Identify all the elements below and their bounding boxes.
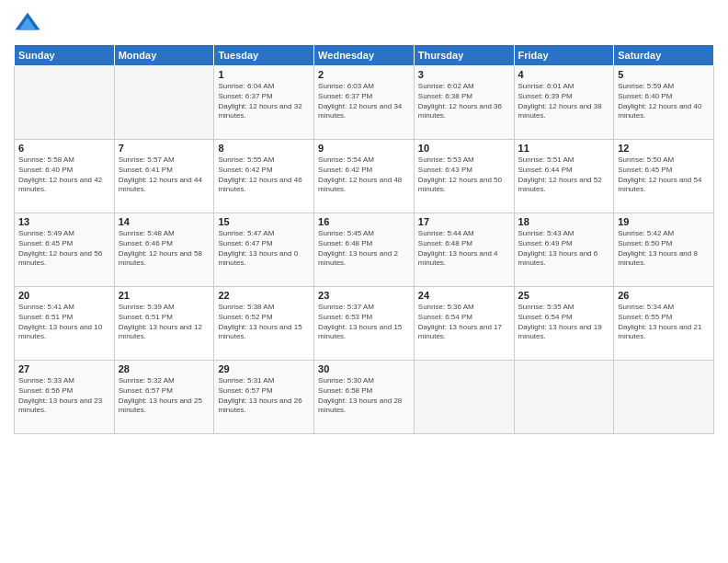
day-number: 13 — [18, 216, 110, 227]
calendar-cell: 22Sunrise: 5:38 AM Sunset: 6:52 PM Dayli… — [214, 287, 314, 361]
calendar-cell: 27Sunrise: 5:33 AM Sunset: 6:56 PM Dayli… — [15, 361, 115, 434]
day-info: Sunrise: 5:44 AM Sunset: 6:48 PM Dayligh… — [418, 229, 510, 269]
calendar-cell: 15Sunrise: 5:47 AM Sunset: 6:47 PM Dayli… — [214, 213, 314, 287]
day-info: Sunrise: 5:47 AM Sunset: 6:47 PM Dayligh… — [218, 229, 310, 269]
day-number: 1 — [218, 69, 310, 80]
day-number: 17 — [418, 216, 510, 227]
day-info: Sunrise: 5:50 AM Sunset: 6:45 PM Dayligh… — [618, 155, 710, 195]
week-row-1: 6Sunrise: 5:58 AM Sunset: 6:40 PM Daylig… — [15, 140, 714, 213]
calendar-cell: 16Sunrise: 5:45 AM Sunset: 6:48 PM Dayli… — [314, 213, 415, 287]
calendar: SundayMondayTuesdayWednesdayThursdayFrid… — [14, 44, 714, 434]
weekday-header-friday: Friday — [514, 45, 614, 66]
calendar-cell — [614, 361, 714, 434]
day-info: Sunrise: 6:01 AM Sunset: 6:39 PM Dayligh… — [518, 82, 610, 121]
day-info: Sunrise: 5:34 AM Sunset: 6:55 PM Dayligh… — [618, 303, 710, 342]
calendar-cell: 21Sunrise: 5:39 AM Sunset: 6:51 PM Dayli… — [114, 287, 214, 361]
calendar-cell: 23Sunrise: 5:37 AM Sunset: 6:53 PM Dayli… — [314, 287, 415, 361]
weekday-header-wednesday: Wednesday — [314, 45, 415, 66]
day-number: 23 — [318, 290, 410, 301]
calendar-cell: 5Sunrise: 5:59 AM Sunset: 6:40 PM Daylig… — [614, 66, 714, 140]
day-info: Sunrise: 5:36 AM Sunset: 6:54 PM Dayligh… — [418, 303, 510, 342]
day-number: 9 — [318, 143, 410, 154]
day-number: 5 — [618, 69, 710, 80]
day-info: Sunrise: 6:03 AM Sunset: 6:37 PM Dayligh… — [318, 82, 410, 121]
day-info: Sunrise: 5:51 AM Sunset: 6:44 PM Dayligh… — [518, 155, 610, 195]
weekday-header-monday: Monday — [114, 45, 214, 66]
logo-icon — [14, 9, 41, 37]
day-number: 10 — [418, 143, 510, 154]
day-info: Sunrise: 5:37 AM Sunset: 6:53 PM Dayligh… — [318, 303, 410, 342]
weekday-header-sunday: Sunday — [15, 45, 115, 66]
calendar-cell: 3Sunrise: 6:02 AM Sunset: 6:38 PM Daylig… — [414, 66, 514, 140]
day-number: 28 — [119, 363, 210, 374]
calendar-cell: 26Sunrise: 5:34 AM Sunset: 6:55 PM Dayli… — [614, 287, 714, 361]
day-info: Sunrise: 5:54 AM Sunset: 6:42 PM Dayligh… — [318, 155, 410, 195]
calendar-cell: 25Sunrise: 5:35 AM Sunset: 6:54 PM Dayli… — [514, 287, 614, 361]
day-number: 20 — [18, 290, 110, 301]
day-number: 14 — [119, 216, 210, 227]
calendar-cell: 29Sunrise: 5:31 AM Sunset: 6:57 PM Dayli… — [214, 361, 314, 434]
day-info: Sunrise: 5:45 AM Sunset: 6:48 PM Dayligh… — [318, 229, 410, 269]
day-number: 19 — [618, 216, 710, 227]
calendar-cell: 17Sunrise: 5:44 AM Sunset: 6:48 PM Dayli… — [414, 213, 514, 287]
calendar-cell: 2Sunrise: 6:03 AM Sunset: 6:37 PM Daylig… — [314, 66, 415, 140]
calendar-cell: 7Sunrise: 5:57 AM Sunset: 6:41 PM Daylig… — [114, 140, 214, 213]
day-info: Sunrise: 5:49 AM Sunset: 6:45 PM Dayligh… — [18, 229, 110, 269]
day-number: 27 — [18, 363, 110, 374]
day-info: Sunrise: 5:58 AM Sunset: 6:40 PM Dayligh… — [18, 155, 110, 195]
calendar-cell: 10Sunrise: 5:53 AM Sunset: 6:43 PM Dayli… — [414, 140, 514, 213]
day-number: 4 — [518, 69, 610, 80]
day-number: 24 — [418, 290, 510, 301]
calendar-cell — [15, 66, 115, 140]
calendar-cell: 11Sunrise: 5:51 AM Sunset: 6:44 PM Dayli… — [514, 140, 614, 213]
day-number: 8 — [218, 143, 310, 154]
day-info: Sunrise: 5:30 AM Sunset: 6:58 PM Dayligh… — [318, 376, 410, 416]
day-number: 12 — [618, 143, 710, 154]
calendar-cell: 8Sunrise: 5:55 AM Sunset: 6:42 PM Daylig… — [214, 140, 314, 213]
day-info: Sunrise: 5:39 AM Sunset: 6:51 PM Dayligh… — [119, 303, 210, 342]
day-number: 29 — [218, 363, 310, 374]
day-number: 16 — [318, 216, 410, 227]
day-info: Sunrise: 5:35 AM Sunset: 6:54 PM Dayligh… — [518, 303, 610, 342]
day-info: Sunrise: 5:57 AM Sunset: 6:41 PM Dayligh… — [119, 155, 210, 195]
day-number: 6 — [18, 143, 110, 154]
calendar-cell: 13Sunrise: 5:49 AM Sunset: 6:45 PM Dayli… — [15, 213, 115, 287]
day-info: Sunrise: 5:31 AM Sunset: 6:57 PM Dayligh… — [218, 376, 310, 416]
day-info: Sunrise: 5:53 AM Sunset: 6:43 PM Dayligh… — [418, 155, 510, 195]
day-info: Sunrise: 5:33 AM Sunset: 6:56 PM Dayligh… — [18, 376, 110, 416]
calendar-cell: 1Sunrise: 6:04 AM Sunset: 6:37 PM Daylig… — [214, 66, 314, 140]
calendar-cell: 6Sunrise: 5:58 AM Sunset: 6:40 PM Daylig… — [15, 140, 115, 213]
day-number: 15 — [218, 216, 310, 227]
calendar-cell: 12Sunrise: 5:50 AM Sunset: 6:45 PM Dayli… — [614, 140, 714, 213]
day-number: 3 — [418, 69, 510, 80]
calendar-header: SundayMondayTuesdayWednesdayThursdayFrid… — [15, 45, 714, 66]
week-row-2: 13Sunrise: 5:49 AM Sunset: 6:45 PM Dayli… — [15, 213, 714, 287]
week-row-4: 27Sunrise: 5:33 AM Sunset: 6:56 PM Dayli… — [15, 361, 714, 434]
day-info: Sunrise: 5:55 AM Sunset: 6:42 PM Dayligh… — [218, 155, 310, 195]
weekday-header-tuesday: Tuesday — [214, 45, 314, 66]
day-number: 18 — [518, 216, 610, 227]
day-info: Sunrise: 5:48 AM Sunset: 6:46 PM Dayligh… — [119, 229, 210, 269]
calendar-cell — [114, 66, 214, 140]
day-info: Sunrise: 5:38 AM Sunset: 6:52 PM Dayligh… — [218, 303, 310, 342]
day-info: Sunrise: 5:43 AM Sunset: 6:49 PM Dayligh… — [518, 229, 610, 269]
day-number: 7 — [119, 143, 210, 154]
day-info: Sunrise: 5:32 AM Sunset: 6:57 PM Dayligh… — [119, 376, 210, 416]
day-info: Sunrise: 5:41 AM Sunset: 6:51 PM Dayligh… — [18, 303, 110, 342]
calendar-cell: 24Sunrise: 5:36 AM Sunset: 6:54 PM Dayli… — [414, 287, 514, 361]
calendar-body: 1Sunrise: 6:04 AM Sunset: 6:37 PM Daylig… — [15, 66, 714, 434]
calendar-cell: 9Sunrise: 5:54 AM Sunset: 6:42 PM Daylig… — [314, 140, 415, 213]
day-number: 22 — [218, 290, 310, 301]
page: SundayMondayTuesdayWednesdayThursdayFrid… — [0, 0, 728, 563]
weekday-header-saturday: Saturday — [614, 45, 714, 66]
calendar-cell: 28Sunrise: 5:32 AM Sunset: 6:57 PM Dayli… — [114, 361, 214, 434]
day-number: 21 — [119, 290, 210, 301]
calendar-cell: 19Sunrise: 5:42 AM Sunset: 6:50 PM Dayli… — [614, 213, 714, 287]
week-row-3: 20Sunrise: 5:41 AM Sunset: 6:51 PM Dayli… — [15, 287, 714, 361]
day-info: Sunrise: 6:04 AM Sunset: 6:37 PM Dayligh… — [218, 82, 310, 121]
weekday-header-row: SundayMondayTuesdayWednesdayThursdayFrid… — [15, 45, 714, 66]
day-info: Sunrise: 5:59 AM Sunset: 6:40 PM Dayligh… — [618, 82, 710, 121]
weekday-header-thursday: Thursday — [414, 45, 514, 66]
calendar-cell: 14Sunrise: 5:48 AM Sunset: 6:46 PM Dayli… — [114, 213, 214, 287]
day-info: Sunrise: 5:42 AM Sunset: 6:50 PM Dayligh… — [618, 229, 710, 269]
